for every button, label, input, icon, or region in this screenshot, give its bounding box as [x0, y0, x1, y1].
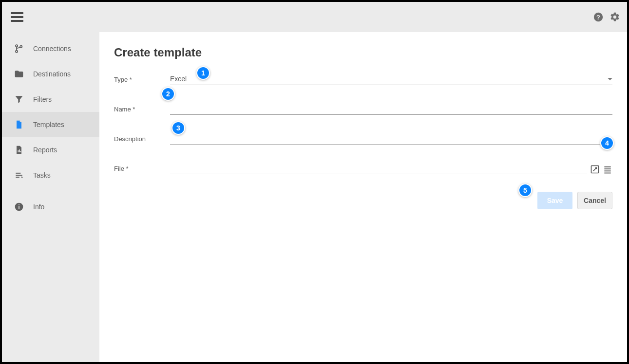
annotation-badge-2: 2	[161, 87, 175, 101]
edit-icon[interactable]	[590, 164, 600, 174]
list-icon	[14, 170, 24, 180]
field-row-description: Description	[114, 132, 612, 145]
annotation-badge-5: 5	[518, 183, 532, 197]
description-input[interactable]	[170, 132, 612, 145]
svg-rect-7	[20, 151, 21, 153]
sidebar-item-info[interactable]: Info	[2, 194, 99, 219]
svg-text:?: ?	[596, 14, 600, 21]
field-row-name: Name *	[114, 103, 612, 115]
type-label: Type *	[114, 76, 170, 85]
menu-lines-icon[interactable]	[603, 164, 612, 174]
file-label: File *	[114, 165, 170, 174]
sidebar-item-filters[interactable]: Filters	[2, 87, 99, 112]
save-button-label: Save	[547, 197, 563, 204]
svg-point-3	[16, 51, 18, 53]
name-label: Name *	[114, 106, 170, 115]
funnel-icon	[14, 94, 24, 104]
git-branch-icon	[14, 44, 24, 54]
sidebar-item-label: Destinations	[33, 70, 71, 78]
svg-point-2	[16, 45, 18, 47]
sidebar-item-reports[interactable]: Reports	[2, 137, 99, 163]
svg-rect-12	[19, 206, 19, 209]
save-button[interactable]: Save	[537, 192, 572, 209]
sidebar-item-label: Connections	[33, 45, 71, 53]
chevron-down-icon	[608, 78, 612, 80]
annotation-badge-1: 1	[196, 66, 210, 80]
info-icon	[14, 202, 24, 212]
file-icon	[14, 120, 24, 129]
cancel-button-label: Cancel	[584, 197, 606, 204]
sidebar-item-tasks[interactable]: Tasks	[2, 163, 99, 188]
description-label: Description	[114, 135, 170, 145]
annotation-badge-3: 3	[172, 121, 185, 135]
cancel-button[interactable]: Cancel	[577, 192, 612, 209]
page-title: Create template	[114, 46, 612, 59]
svg-rect-6	[19, 149, 20, 152]
svg-rect-5	[18, 150, 19, 152]
svg-rect-13	[19, 204, 19, 205]
annotation-badge-4: 4	[600, 136, 614, 150]
chart-file-icon	[14, 145, 24, 155]
sidebar-item-destinations[interactable]: Destinations	[2, 61, 99, 87]
field-row-file: File *	[114, 162, 612, 174]
type-select-value: Excel	[170, 75, 187, 83]
sidebar-item-label: Info	[33, 203, 44, 211]
svg-point-4	[20, 46, 22, 48]
main-content: Create template Type * Excel Name * Desc…	[99, 32, 627, 362]
menu-toggle-button[interactable]	[9, 8, 25, 26]
sidebar: Connections Destinations Filters Templat…	[2, 32, 99, 362]
type-select[interactable]: Excel	[170, 73, 612, 85]
button-row: Save Cancel	[114, 192, 612, 209]
sidebar-item-templates[interactable]: Templates	[2, 112, 99, 137]
sidebar-item-label: Templates	[33, 121, 64, 128]
gear-icon[interactable]	[610, 12, 620, 22]
sidebar-item-connections[interactable]: Connections	[2, 36, 99, 61]
sidebar-item-label: Reports	[33, 146, 57, 154]
folder-icon	[14, 69, 24, 79]
field-row-type: Type * Excel	[114, 73, 612, 85]
sidebar-item-label: Tasks	[33, 171, 51, 179]
sidebar-divider	[2, 191, 99, 191]
topbar: ?	[2, 2, 627, 32]
name-input[interactable]	[170, 103, 612, 115]
file-input[interactable]	[170, 162, 587, 174]
help-icon[interactable]: ?	[593, 12, 604, 22]
sidebar-item-label: Filters	[33, 95, 52, 103]
